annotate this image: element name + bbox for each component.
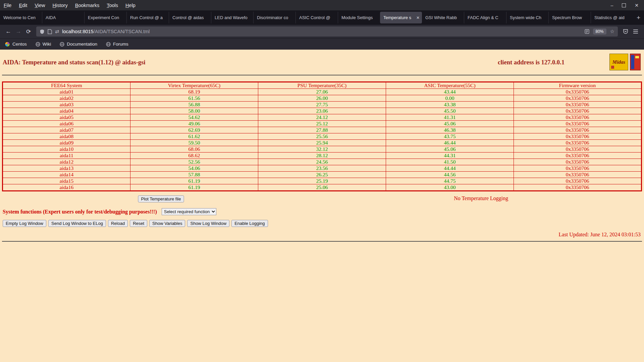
psu-temperature-cell: 27.75 <box>258 102 386 108</box>
browser-tab[interactable]: LED and Wavefo <box>211 12 253 23</box>
menu-view[interactable]: View <box>31 3 49 8</box>
back-button[interactable]: ← <box>3 28 13 35</box>
bookmark-wiki[interactable]: Wiki <box>36 42 51 47</box>
virtex-temperature-cell: 52.56 <box>130 159 258 165</box>
asic-temperature-cell: 46.44 <box>386 140 514 146</box>
psu-temperature-cell: 24.56 <box>258 159 386 165</box>
fee64-system-cell: aida14 <box>3 172 130 178</box>
virtex-temperature-cell: 61.62 <box>130 133 258 140</box>
url-bar[interactable]: ⇄ localhost:8015/AIDA/TSCAN/TSCAN.tml 80… <box>36 26 618 37</box>
asic-temperature-cell: 45.06 <box>386 146 514 153</box>
firmware-version-cell: 0x3350706 <box>514 146 642 153</box>
asic-temperature-cell: 43.44 <box>386 89 514 95</box>
browser-tab[interactable]: Temperature s✕ <box>380 12 422 23</box>
browser-tab[interactable]: ASIC Control @ <box>296 12 338 23</box>
table-row: aida0762.6927.8846.380x3350706 <box>3 127 642 133</box>
tab-label: Control @ aidas <box>169 15 211 20</box>
psu-temperature-cell: 26.25 <box>258 172 386 178</box>
shield-icon[interactable] <box>40 29 45 34</box>
forward-button[interactable]: → <box>13 28 23 35</box>
firmware-version-cell: 0x3350706 <box>514 89 642 95</box>
enable-logging-button[interactable]: Enable Logging <box>231 220 268 227</box>
browser-tab[interactable]: Welcome to Cen <box>0 12 42 23</box>
reader-mode-icon[interactable] <box>585 29 589 34</box>
bookmark-centos[interactable]: Centos <box>5 42 27 47</box>
bookmark-forums[interactable]: Forums <box>106 42 128 47</box>
bookmark-documentation[interactable]: Documentation <box>60 42 97 47</box>
browser-tab[interactable]: Control @ aidas <box>169 12 211 23</box>
asic-temperature-cell: 46.38 <box>386 127 514 133</box>
page-content: AIDA: Temperature and status scan(1.12) … <box>0 50 644 362</box>
fee64-system-cell: aida12 <box>3 159 130 165</box>
reload-button[interactable]: ⟳ <box>23 28 34 35</box>
url-text[interactable]: localhost:8015/AIDA/TSCAN/TSCAN.tml <box>62 29 150 34</box>
midas-logo-label: Midas <box>612 59 625 65</box>
table-row: aida1561.1925.1944.750x3350706 <box>3 178 642 184</box>
browser-tab[interactable]: Module Settings <box>338 12 380 23</box>
reset-button[interactable]: Reset <box>130 220 147 227</box>
temperature-table-body: aida0168.1927.0643.440x3350706aida0261.5… <box>3 89 642 191</box>
virtex-temperature-cell: 68.62 <box>130 153 258 159</box>
fee64-system-cell: aida04 <box>3 108 130 114</box>
table-header-row: FEE64 SystemVirtex Temperature(65C)PSU T… <box>3 82 642 89</box>
firmware-version-cell: 0x3350706 <box>514 102 642 108</box>
maximize-button[interactable] <box>622 3 626 7</box>
menu-tools[interactable]: Tools <box>103 3 122 8</box>
browser-tab[interactable]: System wide Ch <box>506 12 548 23</box>
fee64-system-cell: aida16 <box>3 184 130 191</box>
menu-help[interactable]: Help <box>122 3 139 8</box>
asic-temperature-cell: 45.06 <box>386 121 514 127</box>
psu-temperature-cell: 24.12 <box>258 114 386 121</box>
plot-temperature-button[interactable]: Plot Temperature file <box>138 195 184 202</box>
reload-button[interactable]: Reload <box>108 220 128 227</box>
asic-temperature-cell: 41.31 <box>386 114 514 121</box>
pocket-icon[interactable] <box>621 29 631 34</box>
browser-tab[interactable]: FADC Align & C <box>464 12 506 23</box>
minimize-button[interactable]: – <box>610 3 613 8</box>
table-row: aida0861.6225.5643.750x3350706 <box>3 133 642 140</box>
firmware-version-cell: 0x3350706 <box>514 114 642 121</box>
asic-temperature-cell: 43.75 <box>386 133 514 140</box>
function-select[interactable]: Select required function <box>162 208 216 215</box>
virtex-temperature-cell: 57.88 <box>130 172 258 178</box>
bookmarks-toolbar: CentosWikiDocumentationForums <box>0 38 644 50</box>
menu-edit[interactable]: Edit <box>15 3 31 8</box>
empty-log-window-button[interactable]: Empty Log Window <box>3 220 46 227</box>
menu-bookmarks[interactable]: Bookmarks <box>71 3 103 8</box>
browser-tab[interactable]: GSI White Rabb <box>422 12 464 23</box>
show-variables-button[interactable]: Show Variables <box>149 220 185 227</box>
zoom-level-badge[interactable]: 80% <box>593 28 606 35</box>
swap-arrows-icon[interactable]: ⇄ <box>55 29 59 34</box>
browser-tab[interactable]: Discriminator co <box>253 12 296 23</box>
close-button[interactable]: ✕ <box>635 3 639 8</box>
psu-temperature-cell: 27.06 <box>258 89 386 95</box>
hamburger-menu-icon[interactable] <box>631 29 641 34</box>
table-row: aida0261.5626.000.000x3350706 <box>3 95 642 102</box>
window-controls: – ✕ <box>610 3 644 8</box>
logging-status-text: No Temperature Logging <box>454 195 508 201</box>
tab-label: Statistics @ aid <box>591 15 633 20</box>
browser-tab[interactable]: Run Control @ a <box>126 12 169 23</box>
browser-tab[interactable]: AIDA <box>42 12 84 23</box>
tab-label: GSI White Rabb <box>422 15 464 20</box>
new-tab-button[interactable]: + <box>633 14 644 21</box>
virtex-temperature-cell: 54.06 <box>130 165 258 172</box>
browser-tab[interactable]: Experiment Con <box>84 12 126 23</box>
show-log-window-button[interactable]: Show Log Window <box>187 220 229 227</box>
menu-file[interactable]: File <box>0 3 15 8</box>
menu-history[interactable]: History <box>49 3 71 8</box>
globe-icon <box>106 42 111 47</box>
bookmark-star-icon[interactable]: ☆ <box>610 28 614 35</box>
tab-label: FADC Align & C <box>464 15 506 20</box>
browser-tab[interactable]: Spectrum Brow <box>548 12 591 23</box>
virtex-temperature-cell: 49.06 <box>130 121 258 127</box>
fee64-system-cell: aida01 <box>3 89 130 95</box>
page-info-icon[interactable] <box>48 29 52 34</box>
psu-temperature-cell: 26.00 <box>258 95 386 102</box>
table-row: aida0458.0023.0645.500x3350706 <box>3 108 642 114</box>
browser-tab[interactable]: Statistics @ aid <box>591 12 633 23</box>
firmware-version-cell: 0x3350706 <box>514 159 642 165</box>
temperature-table: FEE64 SystemVirtex Temperature(65C)PSU T… <box>2 81 642 191</box>
send-log-window-to-elog-button[interactable]: Send Log Window to ELog <box>48 220 106 227</box>
tab-close-icon[interactable]: ✕ <box>414 15 422 20</box>
